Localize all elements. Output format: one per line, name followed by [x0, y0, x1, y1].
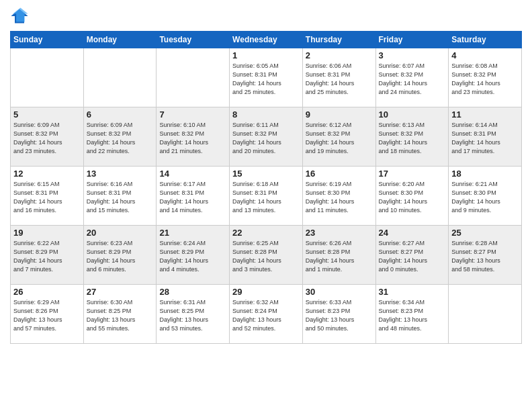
calendar-week-5: 26Sunrise: 6:29 AM Sunset: 8:26 PM Dayli…: [11, 285, 522, 344]
day-info: Sunrise: 6:05 AM Sunset: 8:31 PM Dayligh…: [232, 62, 300, 97]
day-number: 2: [306, 50, 373, 60]
calendar-cell: 11Sunrise: 6:14 AM Sunset: 8:31 PM Dayli…: [449, 107, 522, 167]
day-info: Sunrise: 6:34 AM Sunset: 8:23 PM Dayligh…: [379, 298, 446, 333]
calendar-cell: [11, 48, 84, 107]
day-info: Sunrise: 6:13 AM Sunset: 8:32 PM Dayligh…: [379, 121, 446, 156]
day-number: 19: [13, 228, 81, 238]
calendar-week-3: 12Sunrise: 6:15 AM Sunset: 8:31 PM Dayli…: [11, 167, 522, 226]
weekday-header-thursday: Thursday: [302, 32, 375, 48]
calendar-cell: 15Sunrise: 6:18 AM Sunset: 8:31 PM Dayli…: [230, 167, 303, 226]
day-info: Sunrise: 6:29 AM Sunset: 8:26 PM Dayligh…: [13, 298, 81, 333]
calendar-cell: 17Sunrise: 6:20 AM Sunset: 8:30 PM Dayli…: [375, 167, 449, 226]
day-number: 26: [13, 287, 81, 297]
calendar-cell: 10Sunrise: 6:13 AM Sunset: 8:32 PM Dayli…: [375, 107, 449, 167]
logo: [10, 7, 32, 26]
day-number: 31: [379, 287, 446, 297]
calendar-cell: 28Sunrise: 6:31 AM Sunset: 8:25 PM Dayli…: [157, 285, 230, 344]
day-number: 21: [159, 228, 226, 238]
day-number: 15: [232, 169, 300, 179]
day-info: Sunrise: 6:30 AM Sunset: 8:25 PM Dayligh…: [87, 298, 154, 333]
day-info: Sunrise: 6:32 AM Sunset: 8:24 PM Dayligh…: [232, 298, 300, 333]
calendar-cell: 6Sunrise: 6:09 AM Sunset: 8:32 PM Daylig…: [83, 107, 157, 167]
calendar-week-2: 5Sunrise: 6:09 AM Sunset: 8:32 PM Daylig…: [11, 107, 522, 167]
day-info: Sunrise: 6:06 AM Sunset: 8:31 PM Dayligh…: [306, 62, 373, 97]
day-info: Sunrise: 6:31 AM Sunset: 8:25 PM Dayligh…: [159, 298, 226, 333]
calendar-table: SundayMondayTuesdayWednesdayThursdayFrid…: [10, 31, 522, 344]
day-info: Sunrise: 6:08 AM Sunset: 8:32 PM Dayligh…: [451, 62, 519, 97]
day-info: Sunrise: 6:19 AM Sunset: 8:30 PM Dayligh…: [306, 180, 373, 215]
calendar-cell: 23Sunrise: 6:26 AM Sunset: 8:28 PM Dayli…: [302, 226, 375, 285]
day-info: Sunrise: 6:21 AM Sunset: 8:30 PM Dayligh…: [451, 180, 519, 215]
calendar-cell: 7Sunrise: 6:10 AM Sunset: 8:32 PM Daylig…: [157, 107, 230, 167]
day-number: 3: [379, 50, 446, 60]
day-number: 11: [451, 109, 519, 120]
day-info: Sunrise: 6:23 AM Sunset: 8:29 PM Dayligh…: [87, 239, 154, 274]
day-number: 13: [87, 169, 154, 179]
calendar-cell: 4Sunrise: 6:08 AM Sunset: 8:32 PM Daylig…: [449, 48, 522, 107]
calendar-cell: 1Sunrise: 6:05 AM Sunset: 8:31 PM Daylig…: [230, 48, 303, 107]
day-info: Sunrise: 6:09 AM Sunset: 8:32 PM Dayligh…: [87, 121, 154, 156]
calendar-cell: 2Sunrise: 6:06 AM Sunset: 8:31 PM Daylig…: [302, 48, 375, 107]
calendar-cell: 31Sunrise: 6:34 AM Sunset: 8:23 PM Dayli…: [375, 285, 449, 344]
weekday-header-wednesday: Wednesday: [230, 32, 303, 48]
day-number: 24: [379, 228, 446, 238]
calendar-cell: 20Sunrise: 6:23 AM Sunset: 8:29 PM Dayli…: [83, 226, 157, 285]
page: SundayMondayTuesdayWednesdayThursdayFrid…: [0, 0, 532, 411]
calendar-cell: 22Sunrise: 6:25 AM Sunset: 8:28 PM Dayli…: [230, 226, 303, 285]
calendar-cell: 9Sunrise: 6:12 AM Sunset: 8:32 PM Daylig…: [302, 107, 375, 167]
calendar-cell: [449, 285, 522, 344]
calendar-cell: 29Sunrise: 6:32 AM Sunset: 8:24 PM Dayli…: [230, 285, 303, 344]
calendar-cell: 12Sunrise: 6:15 AM Sunset: 8:31 PM Dayli…: [11, 167, 84, 226]
calendar-cell: 16Sunrise: 6:19 AM Sunset: 8:30 PM Dayli…: [302, 167, 375, 226]
calendar-cell: 24Sunrise: 6:27 AM Sunset: 8:27 PM Dayli…: [375, 226, 449, 285]
calendar-cell: 25Sunrise: 6:28 AM Sunset: 8:27 PM Dayli…: [449, 226, 522, 285]
day-number: 30: [306, 287, 373, 297]
day-info: Sunrise: 6:18 AM Sunset: 8:31 PM Dayligh…: [232, 180, 300, 215]
day-number: 12: [13, 169, 81, 179]
calendar-cell: 8Sunrise: 6:11 AM Sunset: 8:32 PM Daylig…: [230, 107, 303, 167]
day-number: 10: [379, 109, 446, 120]
day-number: 8: [232, 109, 300, 120]
calendar-cell: 5Sunrise: 6:09 AM Sunset: 8:32 PM Daylig…: [11, 107, 84, 167]
day-number: 28: [159, 287, 226, 297]
day-number: 25: [451, 228, 519, 238]
day-number: 5: [13, 109, 81, 120]
calendar-cell: 19Sunrise: 6:22 AM Sunset: 8:29 PM Dayli…: [11, 226, 84, 285]
day-info: Sunrise: 6:17 AM Sunset: 8:31 PM Dayligh…: [159, 180, 226, 215]
day-info: Sunrise: 6:22 AM Sunset: 8:29 PM Dayligh…: [13, 239, 81, 274]
day-number: 29: [232, 287, 300, 297]
calendar-cell: 14Sunrise: 6:17 AM Sunset: 8:31 PM Dayli…: [157, 167, 230, 226]
day-info: Sunrise: 6:09 AM Sunset: 8:32 PM Dayligh…: [13, 121, 81, 156]
calendar-cell: 18Sunrise: 6:21 AM Sunset: 8:30 PM Dayli…: [449, 167, 522, 226]
day-info: Sunrise: 6:26 AM Sunset: 8:28 PM Dayligh…: [306, 239, 373, 274]
calendar-cell: 30Sunrise: 6:33 AM Sunset: 8:23 PM Dayli…: [302, 285, 375, 344]
calendar-week-1: 1Sunrise: 6:05 AM Sunset: 8:31 PM Daylig…: [11, 48, 522, 107]
weekday-header-tuesday: Tuesday: [157, 32, 230, 48]
weekday-header-sunday: Sunday: [11, 32, 84, 48]
day-info: Sunrise: 6:12 AM Sunset: 8:32 PM Dayligh…: [306, 121, 373, 156]
calendar-week-4: 19Sunrise: 6:22 AM Sunset: 8:29 PM Dayli…: [11, 226, 522, 285]
day-info: Sunrise: 6:15 AM Sunset: 8:31 PM Dayligh…: [13, 180, 81, 215]
day-number: 27: [87, 287, 154, 297]
calendar-cell: 3Sunrise: 6:07 AM Sunset: 8:32 PM Daylig…: [375, 48, 449, 107]
day-number: 7: [159, 109, 226, 120]
day-number: 18: [451, 169, 519, 179]
day-number: 6: [87, 109, 154, 120]
day-number: 20: [87, 228, 154, 238]
day-info: Sunrise: 6:16 AM Sunset: 8:31 PM Dayligh…: [87, 180, 154, 215]
header: [10, 7, 522, 26]
day-info: Sunrise: 6:25 AM Sunset: 8:28 PM Dayligh…: [232, 239, 300, 274]
day-info: Sunrise: 6:10 AM Sunset: 8:32 PM Dayligh…: [159, 121, 226, 156]
day-info: Sunrise: 6:20 AM Sunset: 8:30 PM Dayligh…: [379, 180, 446, 215]
calendar-cell: 26Sunrise: 6:29 AM Sunset: 8:26 PM Dayli…: [11, 285, 84, 344]
day-number: 9: [306, 109, 373, 120]
weekday-header-row: SundayMondayTuesdayWednesdayThursdayFrid…: [11, 32, 522, 48]
calendar-cell: 21Sunrise: 6:24 AM Sunset: 8:29 PM Dayli…: [157, 226, 230, 285]
calendar-cell: 27Sunrise: 6:30 AM Sunset: 8:25 PM Dayli…: [83, 285, 157, 344]
day-info: Sunrise: 6:33 AM Sunset: 8:23 PM Dayligh…: [306, 298, 373, 333]
calendar-cell: 13Sunrise: 6:16 AM Sunset: 8:31 PM Dayli…: [83, 167, 157, 226]
calendar-cell: [83, 48, 157, 107]
day-number: 14: [159, 169, 226, 179]
day-info: Sunrise: 6:24 AM Sunset: 8:29 PM Dayligh…: [159, 239, 226, 274]
day-number: 16: [306, 169, 373, 179]
